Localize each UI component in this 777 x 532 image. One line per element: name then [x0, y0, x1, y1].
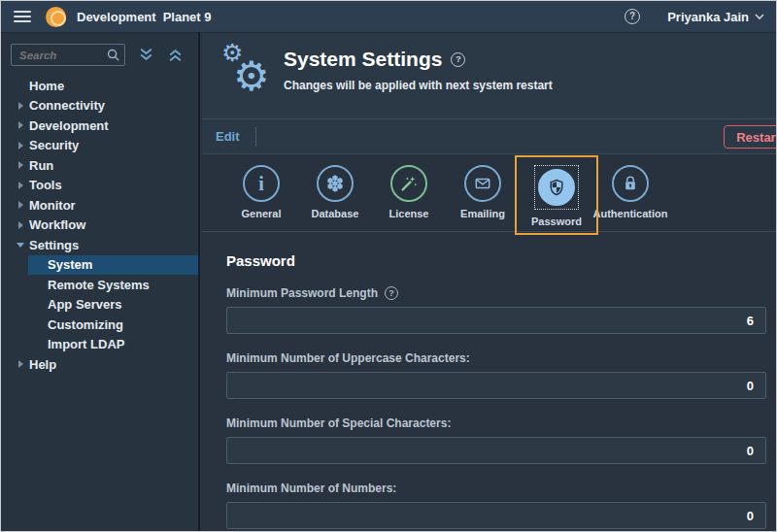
collapse-all-icon[interactable]	[167, 47, 184, 63]
expand-all-icon[interactable]	[138, 47, 154, 63]
chevron-right-icon	[18, 182, 23, 189]
nav-label: Help	[29, 357, 56, 372]
product-label: Planet 9	[163, 10, 212, 24]
sidebar-item-development[interactable]: Development	[1, 116, 198, 136]
chevron-down-icon	[17, 243, 24, 248]
nav-label: Settings	[29, 238, 79, 252]
user-menu[interactable]: Priyanka Jain	[667, 10, 764, 24]
password-settings-form: Password Minimum Password Length ? Minim…	[202, 232, 776, 529]
chevron-down-icon	[755, 14, 764, 20]
sidebar-item-run[interactable]: Run	[1, 155, 198, 176]
environment-label: Development	[77, 10, 156, 24]
field-label-min-password-length: Minimum Password Length ?	[226, 286, 766, 300]
field-label-text: Minimum Number of Numbers:	[226, 482, 396, 495]
info-icon: i	[243, 165, 280, 202]
field-label-min-numbers: Minimum Number of Numbers:	[226, 482, 766, 495]
search-icon[interactable]	[106, 48, 120, 66]
min-uppercase-input[interactable]	[226, 372, 766, 399]
title-help-icon[interactable]: ?	[451, 52, 465, 67]
tab-label: General	[242, 208, 282, 219]
field-label-text: Minimum Number of Uppercase Characters:	[226, 351, 470, 365]
chevron-right-icon	[18, 142, 23, 150]
nav-label: Workflow	[29, 217, 85, 232]
hamburger-menu-icon[interactable]	[14, 11, 31, 22]
sidebar-item-help[interactable]: Help	[1, 354, 198, 375]
database-icon	[317, 165, 354, 202]
chevron-right-icon	[18, 221, 23, 229]
field-help-icon[interactable]: ?	[385, 286, 398, 300]
nav-label: Remote Systems	[48, 278, 150, 292]
page-header: ⚙ ⚙ System Settings ? Changes will be ap…	[202, 33, 776, 119]
nav-label: Monitor	[29, 198, 76, 213]
tab-label: Emailing	[460, 208, 505, 219]
envelope-icon	[464, 165, 501, 202]
sidebar-item-home[interactable]: Home	[1, 76, 198, 96]
big-gear-icon: ⚙	[233, 56, 270, 97]
nav-label: Security	[29, 138, 79, 152]
chevron-right-icon	[18, 102, 23, 110]
info-glyph: i	[258, 173, 264, 195]
min-special-input[interactable]	[226, 437, 766, 464]
tab-emailing[interactable]: Emailing	[446, 154, 520, 231]
tab-label: Password	[531, 216, 582, 227]
tab-password[interactable]: Password	[520, 154, 593, 231]
nav-label: Connectivity	[29, 98, 105, 113]
page-subtitle: Changes will be applied with next system…	[284, 79, 553, 92]
chevron-right-icon	[18, 121, 23, 129]
chevron-right-icon	[18, 360, 23, 368]
main-content: ⚙ ⚙ System Settings ? Changes will be ap…	[202, 33, 776, 531]
nav-label: Tools	[29, 178, 62, 192]
field-label-text: Minimum Password Length	[226, 286, 378, 300]
field-label-min-special: Minimum Number of Special Characters:	[226, 416, 766, 430]
tab-label: License	[389, 208, 429, 219]
tab-general[interactable]: i General	[224, 154, 298, 231]
settings-tab-strip: i General Database	[202, 154, 776, 232]
user-name-label: Priyanka Jain	[667, 10, 749, 24]
tab-label: Authentication	[593, 208, 668, 219]
sidebar-item-tools[interactable]: Tools	[1, 176, 198, 196]
field-label-min-uppercase: Minimum Number of Uppercase Characters:	[226, 351, 766, 365]
nav-label: App Servers	[48, 297, 122, 312]
sidebar-item-app-servers[interactable]: App Servers	[1, 295, 198, 316]
tab-license[interactable]: License	[372, 154, 446, 231]
tab-label: Database	[312, 208, 359, 219]
nav-label: Import LDAP	[48, 337, 124, 351]
edit-button[interactable]: Edit	[216, 129, 240, 144]
sidebar-item-monitor[interactable]: Monitor	[1, 195, 198, 216]
min-numbers-input[interactable]	[226, 502, 766, 529]
nav-label: Development	[29, 118, 109, 133]
chevron-right-icon	[18, 161, 23, 169]
planet9-logo-icon	[46, 7, 66, 27]
nav-label: Customizing	[48, 317, 123, 332]
magic-wand-icon	[390, 165, 427, 202]
restart-button[interactable]: Restart	[724, 125, 777, 149]
sidebar-item-customizing[interactable]: Customizing	[1, 315, 198, 335]
nav-label: System	[48, 257, 92, 272]
toolbar-divider	[255, 127, 256, 147]
sidebar: Home Connectivity Development Security R…	[1, 33, 200, 531]
app-window: Development Planet 9 ? Priyanka Jain	[0, 0, 777, 532]
navigation-tree: Home Connectivity Development Security R…	[1, 76, 198, 375]
sidebar-item-workflow[interactable]: Workflow	[1, 216, 198, 236]
nav-label: Run	[29, 158, 53, 173]
section-title: Password	[226, 252, 766, 269]
nav-label: Home	[29, 79, 64, 93]
chevron-right-icon	[18, 201, 23, 209]
system-settings-gears-icon: ⚙ ⚙	[221, 41, 278, 109]
sidebar-item-system[interactable]: System	[1, 255, 198, 276]
field-label-text: Minimum Number of Special Characters:	[226, 416, 451, 430]
tab-database[interactable]: Database	[298, 154, 372, 231]
help-icon[interactable]: ?	[625, 9, 640, 24]
sidebar-item-security[interactable]: Security	[1, 136, 198, 156]
sidebar-item-connectivity[interactable]: Connectivity	[1, 96, 198, 116]
sidebar-item-settings[interactable]: Settings	[1, 235, 198, 255]
sidebar-item-remote-systems[interactable]: Remote Systems	[1, 275, 198, 295]
min-password-length-input[interactable]	[226, 307, 766, 334]
lock-icon	[612, 165, 649, 202]
page-title: System Settings	[284, 48, 442, 71]
action-toolbar: Edit Restart	[202, 119, 776, 154]
tab-authentication[interactable]: Authentication	[593, 154, 667, 231]
sidebar-item-import-ldap[interactable]: Import LDAP	[1, 335, 198, 355]
top-bar: Development Planet 9 ? Priyanka Jain	[1, 1, 776, 33]
shield-icon	[538, 169, 575, 206]
